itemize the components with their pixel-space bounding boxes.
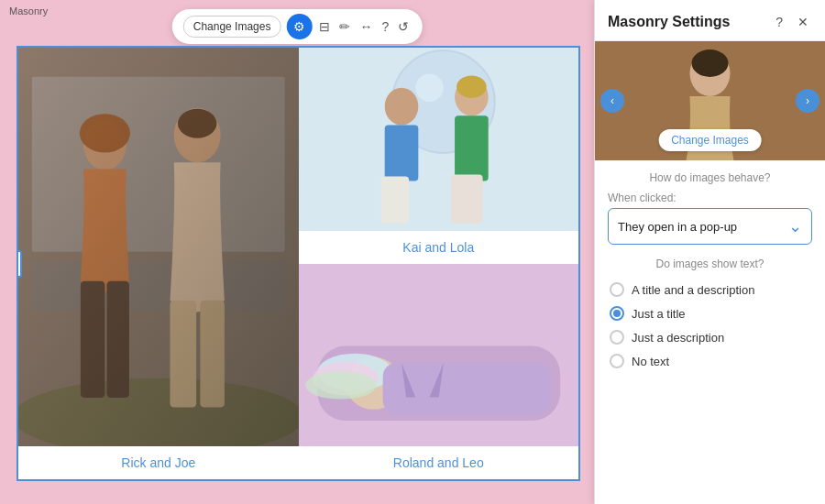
change-images-button[interactable]: Change Images (183, 16, 281, 38)
panel-body: How do images behave? When clicked: They… (595, 160, 825, 384)
masonry-cell-rick[interactable]: Rick and Joe (18, 48, 299, 479)
undo-icon-button[interactable]: ↺ (396, 17, 411, 36)
radio-no-text[interactable]: No text (608, 349, 812, 373)
radio-label-no-text: No text (632, 355, 669, 368)
svg-point-22 (456, 76, 487, 98)
svg-point-5 (83, 120, 126, 170)
masonry-label: Masonry (9, 5, 48, 16)
roland-leo-photo (299, 264, 579, 447)
radio-circle-title-desc (610, 282, 624, 297)
svg-point-34 (692, 49, 729, 77)
svg-rect-0 (18, 48, 299, 446)
preview-prev-button[interactable]: ‹ (600, 89, 624, 113)
masonry-grid: Rick and Joe (16, 46, 580, 481)
svg-point-15 (415, 73, 444, 102)
svg-rect-1 (18, 48, 299, 446)
svg-rect-20 (455, 115, 489, 181)
svg-rect-21 (450, 174, 482, 223)
radio-title-desc[interactable]: A title and a description (608, 278, 812, 301)
selection-handle[interactable] (16, 250, 22, 278)
panel-header-icons: ? ✕ (772, 13, 812, 31)
radio-label-title-desc: A title and a description (632, 283, 754, 297)
svg-rect-9 (170, 301, 196, 408)
svg-point-12 (80, 114, 130, 152)
kai-lola-label: Kai and Lola (299, 231, 579, 264)
svg-point-4 (18, 378, 299, 446)
dropdown-value: They open in a pop-up (618, 220, 737, 234)
svg-rect-17 (384, 125, 418, 181)
rick-joe-label: Rick and Joe (18, 446, 299, 479)
panel-image-preview: ‹ › Change Images (595, 41, 825, 160)
radio-circle-just-title (610, 306, 624, 321)
radio-label-just-title: Just a title (632, 307, 686, 321)
panel-header: Masonry Settings ? ✕ (595, 0, 825, 41)
kai-lola-photo (299, 48, 579, 231)
settings-icon-button[interactable]: ⚙ (286, 14, 312, 39)
svg-point-8 (174, 108, 221, 162)
canvas-area: Masonry Change Images ⚙ ⊟ ✏ ↔ ? ↺ (0, 0, 594, 504)
layout-icon-button[interactable]: ⊟ (317, 17, 332, 36)
svg-rect-7 (107, 281, 129, 398)
rick-joe-photo (18, 48, 299, 446)
roland-leo-label: Roland and Leo (299, 446, 579, 479)
masonry-cell-kai[interactable]: Kai and Lola (299, 48, 579, 264)
when-clicked-dropdown[interactable]: They open in a pop-up ⌄ (608, 208, 812, 245)
svg-rect-6 (81, 281, 105, 398)
panel-title: Masonry Settings (608, 14, 730, 30)
radio-circle-just-desc (610, 330, 624, 345)
svg-point-11 (178, 109, 216, 138)
svg-rect-3 (32, 261, 285, 310)
svg-point-16 (384, 88, 418, 126)
svg-point-29 (305, 371, 376, 400)
behavior-section-label: How do images behave? (608, 171, 812, 184)
svg-rect-18 (380, 176, 409, 223)
text-section-label: Do images show text? (608, 257, 812, 270)
preview-next-button[interactable]: › (796, 89, 820, 113)
masonry-cell-roland[interactable]: Roland and Leo (299, 264, 579, 480)
when-clicked-label: When clicked: (608, 192, 812, 204)
chevron-down-icon: ⌄ (788, 216, 802, 236)
radio-label-just-desc: Just a description (632, 331, 724, 345)
panel-help-button[interactable]: ? (772, 13, 786, 31)
radio-circle-no-text (610, 354, 624, 368)
panel-close-button[interactable]: ✕ (794, 13, 812, 31)
svg-rect-2 (32, 77, 285, 252)
radio-just-title[interactable]: Just a title (608, 301, 812, 325)
toolbar: Change Images ⚙ ⊟ ✏ ↔ ? ↺ (172, 9, 423, 44)
radio-just-desc[interactable]: Just a description (608, 325, 812, 349)
panel-change-images-button[interactable]: Change Images (658, 129, 762, 151)
help-icon-button[interactable]: ? (380, 17, 390, 36)
edit-icon-button[interactable]: ✏ (337, 17, 352, 36)
svg-rect-10 (200, 301, 225, 408)
resize-icon-button[interactable]: ↔ (358, 17, 374, 36)
settings-panel: Masonry Settings ? ✕ ‹ › Change Images H… (594, 0, 825, 504)
